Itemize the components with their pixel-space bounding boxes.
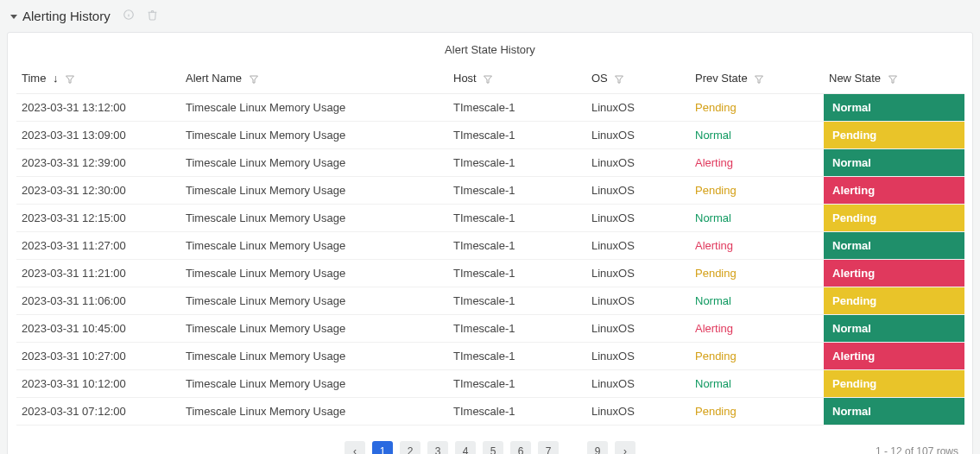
cell-prev-state: Normal (690, 287, 824, 315)
page-button-4[interactable]: 4 (455, 441, 476, 454)
col-label: OS (591, 72, 608, 85)
page-prev-button[interactable]: ‹ (345, 441, 365, 454)
cell-alert-name: Timescale Linux Memory Usage (180, 232, 448, 260)
panel-title[interactable]: Alerting History (22, 9, 111, 23)
cell-time: 2023-03-31 11:27:00 (16, 232, 180, 260)
filter-icon[interactable] (483, 74, 493, 85)
page-button-5[interactable]: 5 (483, 441, 503, 454)
col-header-prev-state[interactable]: Prev State (690, 65, 824, 94)
trash-icon[interactable] (147, 9, 158, 23)
cell-prev-state: Alerting (690, 232, 824, 260)
chevron-down-icon[interactable] (10, 15, 17, 19)
cell-os: LinuxOS (586, 315, 690, 343)
cell-time: 2023-03-31 12:30:00 (16, 177, 180, 205)
cell-alert-name: Timescale Linux Memory Usage (180, 122, 448, 149)
cell-host: TImescale-1 (448, 398, 586, 426)
cell-prev-state: Alerting (690, 149, 824, 177)
page-button-6[interactable]: 6 (510, 441, 531, 454)
cell-prev-state: Pending (690, 94, 824, 122)
filter-icon[interactable] (754, 74, 764, 85)
col-header-alert-name[interactable]: Alert Name (180, 65, 448, 94)
page-button-7[interactable]: 7 (538, 441, 559, 454)
table-row: 2023-03-31 13:12:00Timescale Linux Memor… (16, 94, 964, 122)
cell-host: TImescale-1 (448, 287, 586, 315)
page-button-3[interactable]: 3 (427, 441, 448, 454)
svg-marker-4 (250, 76, 257, 83)
pagination-row: ‹1234567…9› 1 - 12 of 107 rows (16, 441, 964, 454)
filter-icon[interactable] (249, 74, 259, 85)
cell-new-state: Alerting (824, 177, 964, 205)
cell-os: LinuxOS (586, 370, 690, 398)
col-header-new-state[interactable]: New State (824, 65, 964, 94)
filter-icon[interactable] (614, 74, 624, 85)
cell-new-state: Normal (824, 315, 964, 343)
svg-marker-5 (484, 76, 492, 83)
cell-alert-name: Timescale Linux Memory Usage (180, 315, 448, 343)
cell-prev-state: Pending (690, 398, 824, 426)
cell-alert-name: Timescale Linux Memory Usage (180, 177, 448, 205)
cell-alert-name: Timescale Linux Memory Usage (180, 205, 448, 232)
cell-host: TImescale-1 (448, 94, 586, 122)
cell-prev-state: Normal (690, 205, 824, 232)
cell-time: 2023-03-31 11:21:00 (16, 260, 180, 287)
table-row: 2023-03-31 11:06:00Timescale Linux Memor… (16, 287, 964, 315)
cell-os: LinuxOS (586, 177, 690, 205)
cell-new-state: Alerting (824, 343, 964, 370)
page-ellipsis: … (566, 445, 580, 455)
cell-alert-name: Timescale Linux Memory Usage (180, 260, 448, 287)
filter-icon[interactable] (888, 74, 898, 85)
svg-marker-3 (66, 76, 74, 83)
cell-new-state: Pending (824, 287, 964, 315)
cell-host: TImescale-1 (448, 149, 586, 177)
cell-new-state: Normal (824, 398, 964, 426)
col-header-os[interactable]: OS (586, 65, 690, 94)
alert-history-card: Alert State History Time ↓ Alert Nam (7, 32, 973, 454)
cell-prev-state: Pending (690, 177, 824, 205)
table-row: 2023-03-31 11:21:00Timescale Linux Memor… (16, 260, 964, 287)
col-header-host[interactable]: Host (448, 65, 586, 94)
alert-history-table: Time ↓ Alert Name Host (16, 65, 964, 426)
cell-host: TImescale-1 (448, 370, 586, 398)
cell-time: 2023-03-31 10:27:00 (16, 343, 180, 370)
cell-prev-state: Pending (690, 343, 824, 370)
cell-os: LinuxOS (586, 122, 690, 149)
cell-prev-state: Normal (690, 122, 824, 149)
page-button-1[interactable]: 1 (372, 441, 393, 454)
cell-os: LinuxOS (586, 232, 690, 260)
svg-marker-8 (888, 76, 896, 83)
table-row: 2023-03-31 07:12:00Timescale Linux Memor… (16, 398, 964, 426)
row-counter: 1 - 12 of 107 rows (876, 445, 958, 454)
col-label: Time (22, 72, 46, 85)
page-button-9[interactable]: 9 (587, 441, 608, 454)
cell-new-state: Normal (824, 232, 964, 260)
cell-time: 2023-03-31 13:12:00 (16, 94, 180, 122)
svg-marker-6 (616, 76, 623, 83)
table-row: 2023-03-31 12:15:00Timescale Linux Memor… (16, 205, 964, 232)
cell-host: TImescale-1 (448, 260, 586, 287)
cell-alert-name: Timescale Linux Memory Usage (180, 370, 448, 398)
cell-host: TImescale-1 (448, 205, 586, 232)
col-header-time[interactable]: Time ↓ (16, 65, 180, 94)
cell-os: LinuxOS (586, 398, 690, 426)
table-row: 2023-03-31 10:12:00Timescale Linux Memor… (16, 370, 964, 398)
cell-os: LinuxOS (586, 343, 690, 370)
cell-time: 2023-03-31 10:45:00 (16, 315, 180, 343)
cell-time: 2023-03-31 13:09:00 (16, 122, 180, 149)
svg-marker-7 (756, 76, 763, 83)
cell-prev-state: Alerting (690, 315, 824, 343)
cell-os: LinuxOS (586, 149, 690, 177)
table-row: 2023-03-31 10:45:00Timescale Linux Memor… (16, 315, 964, 343)
filter-icon[interactable] (65, 74, 75, 85)
cell-prev-state: Pending (690, 260, 824, 287)
page-next-button[interactable]: › (615, 441, 635, 454)
table-row: 2023-03-31 10:27:00Timescale Linux Memor… (16, 343, 964, 370)
cell-new-state: Pending (824, 122, 964, 149)
cell-host: TImescale-1 (448, 232, 586, 260)
cell-time: 2023-03-31 10:12:00 (16, 370, 180, 398)
table-row: 2023-03-31 12:39:00Timescale Linux Memor… (16, 149, 964, 177)
table-row: 2023-03-31 12:30:00Timescale Linux Memor… (16, 177, 964, 205)
info-icon[interactable] (123, 9, 135, 23)
cell-host: TImescale-1 (448, 122, 586, 149)
cell-alert-name: Timescale Linux Memory Usage (180, 398, 448, 426)
page-button-2[interactable]: 2 (400, 441, 420, 454)
